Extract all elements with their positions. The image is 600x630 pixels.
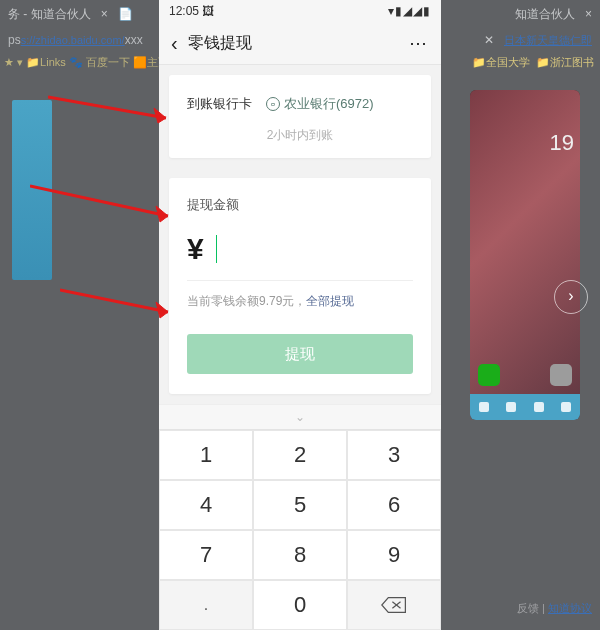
key-2[interactable]: 2 <box>253 430 347 480</box>
key-8[interactable]: 8 <box>253 530 347 580</box>
withdraw-button[interactable]: 提现 <box>187 334 413 374</box>
currency-symbol: ¥ <box>187 232 204 266</box>
key-9[interactable]: 9 <box>347 530 441 580</box>
bank-name: ¤ 农业银行(6972) <box>266 95 374 113</box>
more-icon[interactable]: ⋯ <box>409 32 429 54</box>
back-icon[interactable]: ‹ <box>171 33 178 53</box>
bg-right-phone: 19 <box>470 90 580 420</box>
backspace-icon <box>381 596 407 614</box>
bg-bookmark-row-right: 📁全国大学 📁浙江图书 <box>472 55 594 70</box>
bg-top-right: 知道合伙人 × ✕ 日本新天皇德仁即 <box>476 0 600 52</box>
title-bar: ‹ 零钱提现 ⋯ <box>159 22 441 65</box>
numeric-keypad: 1 2 3 4 5 6 7 8 9 . 0 <box>159 430 441 630</box>
bank-label: 到账银行卡 <box>187 95 252 113</box>
key-backspace[interactable] <box>347 580 441 630</box>
status-time: 12:05 🖼 <box>169 4 214 18</box>
key-5[interactable]: 5 <box>253 480 347 530</box>
bg-footer-right: 反馈 | 知道协议 <box>517 601 592 616</box>
amount-input[interactable]: ¥ <box>187 224 413 281</box>
bank-row[interactable]: 到账银行卡 ¤ 农业银行(6972) <box>187 95 413 113</box>
key-4[interactable]: 4 <box>159 480 253 530</box>
bg-tab: 务 - 知道合伙人 × 📄 pss://zhidao.baidu.com/xxx <box>0 0 151 51</box>
key-6[interactable]: 6 <box>347 480 441 530</box>
amount-label: 提现金额 <box>187 196 413 214</box>
status-bar: 12:05 🖼 ▾▮◢◢▮ <box>159 0 441 22</box>
key-3[interactable]: 3 <box>347 430 441 480</box>
bg-blue-panel <box>12 100 52 280</box>
amount-card: 提现金额 ¥ 当前零钱余额9.79元，全部提现 提现 <box>169 178 431 394</box>
withdraw-all-link[interactable]: 全部提现 <box>306 294 354 308</box>
bank-card: 到账银行卡 ¤ 农业银行(6972) 2小时内到账 <box>169 75 431 158</box>
carousel-next-icon[interactable]: › <box>554 280 588 314</box>
status-right-icons: ▾▮◢◢▮ <box>388 4 431 18</box>
key-7[interactable]: 7 <box>159 530 253 580</box>
phone-frame: 12:05 🖼 ▾▮◢◢▮ ‹ 零钱提现 ⋯ 到账银行卡 ¤ 农业银行(6972… <box>159 0 441 630</box>
key-0[interactable]: 0 <box>253 580 347 630</box>
balance-row: 当前零钱余额9.79元，全部提现 <box>187 293 413 310</box>
keypad-collapse[interactable]: ⌄ <box>159 404 441 430</box>
input-cursor <box>216 235 217 263</box>
bg-bookmark-row: ★ ▾ 📁Links 🐾 百度一下 🟧主页 <box>4 55 169 70</box>
page-title: 零钱提现 <box>188 33 252 54</box>
key-dot[interactable]: . <box>159 580 253 630</box>
arrival-time: 2小时内到账 <box>187 127 413 144</box>
key-1[interactable]: 1 <box>159 430 253 480</box>
bank-logo-icon: ¤ <box>266 97 280 111</box>
